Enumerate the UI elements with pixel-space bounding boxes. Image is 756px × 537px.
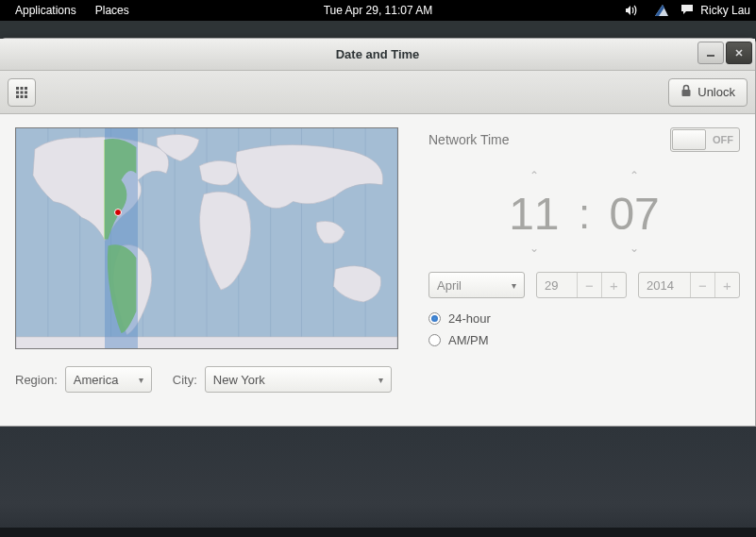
format-ampm-radio[interactable]: AM/PM [428,333,740,347]
month-combo[interactable]: April ▾ [428,272,525,298]
chat-icon [680,3,696,18]
radio-icon [428,312,441,325]
region-label: Region: [15,373,58,387]
user-menu[interactable]: Ricky Lau [680,3,750,18]
window-title: Date and Time [336,47,420,61]
year-down-button[interactable]: − [690,273,714,297]
radio-icon [428,334,441,346]
panel-clock[interactable]: Tue Apr 29, 11:07 AM [324,4,433,17]
svg-rect-8 [21,95,24,98]
svg-rect-4 [16,91,19,93]
chevron-down-icon: ▾ [371,375,383,385]
svg-rect-5 [21,91,24,93]
lock-icon [680,84,692,100]
time-display: ⌃ 11 ⌄ : ⌃ 07 ⌄ [428,169,740,259]
volume-icon[interactable] [624,3,639,18]
all-settings-button[interactable] [8,78,36,107]
day-value: 29 [537,278,577,293]
switch-state: OFF [713,134,733,145]
svg-rect-3 [25,87,27,90]
city-label: City: [173,373,197,387]
places-menu[interactable]: Places [86,4,139,17]
switch-knob [672,129,706,150]
timezone-band [105,128,138,348]
chevron-down-icon: ▾ [504,280,516,291]
close-button[interactable] [726,42,752,64]
network-icon[interactable] [652,3,667,18]
format-24hour-radio[interactable]: 24-hour [428,311,740,326]
network-time-switch[interactable]: OFF [670,127,740,152]
day-down-button[interactable]: − [577,273,601,297]
svg-rect-7 [16,95,19,98]
year-spinner[interactable]: 2014 − + [638,272,740,298]
format-ampm-label: AM/PM [448,333,489,347]
applications-menu[interactable]: Applications [6,4,86,17]
location-marker-icon [114,209,122,216]
svg-rect-6 [25,91,27,93]
unlock-label: Unlock [697,85,735,99]
hour-up-button[interactable]: ⌃ [529,169,539,186]
month-value: April [437,278,462,293]
toolbar: Unlock [0,71,755,114]
hour-down-button[interactable]: ⌄ [529,242,539,259]
year-up-button[interactable]: + [714,273,739,297]
desktop-background [0,427,756,537]
year-value: 2014 [639,278,690,293]
day-spinner[interactable]: 29 − + [536,272,627,298]
network-time-label: Network Time [428,132,510,147]
time-colon: : [579,191,590,238]
city-combo[interactable]: New York ▾ [205,366,392,393]
top-panel: Applications Places Tue Apr 29, 11:07 AM… [0,0,756,21]
format-24hour-label: 24-hour [448,311,491,326]
datetime-window: Date and Time Unlock [0,38,756,427]
region-combo[interactable]: America ▾ [65,366,152,393]
unlock-button[interactable]: Unlock [668,78,748,107]
region-value: America [74,373,119,387]
hour-value: 11 [501,188,567,240]
minute-value: 07 [601,188,667,240]
chevron-down-icon: ▾ [131,375,143,385]
svg-rect-2 [21,87,24,90]
day-up-button[interactable]: + [601,273,626,297]
minimize-button[interactable] [697,42,724,64]
city-value: New York [213,373,265,387]
user-name: Ricky Lau [700,4,750,17]
svg-rect-10 [682,90,691,96]
svg-rect-9 [25,95,27,98]
titlebar[interactable]: Date and Time [0,39,755,71]
minute-down-button[interactable]: ⌄ [630,242,639,259]
svg-rect-0 [707,55,714,57]
svg-rect-1 [16,87,19,90]
timezone-map[interactable] [15,127,398,349]
minute-up-button[interactable]: ⌃ [630,169,639,186]
